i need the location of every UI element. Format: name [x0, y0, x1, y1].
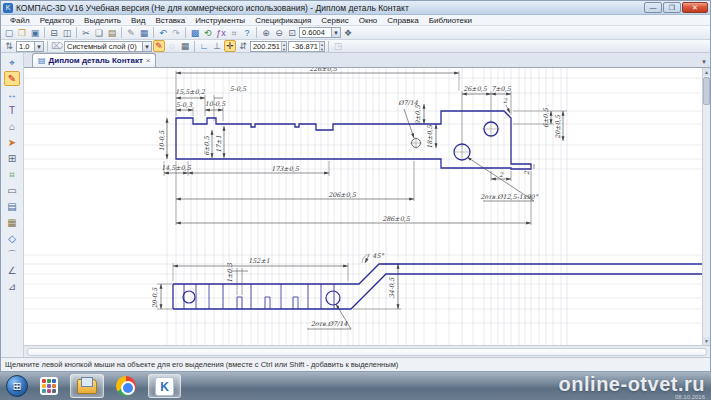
designation-icon[interactable]: ⌂: [4, 119, 20, 134]
table-icon[interactable]: ▦: [138, 27, 150, 39]
zoom-area-icon[interactable]: ⊡: [286, 27, 298, 39]
toolbar-separator: [153, 27, 154, 38]
restore-button[interactable]: ❐: [663, 2, 681, 13]
copy-style-icon[interactable]: ✎: [125, 27, 137, 39]
minimize-button[interactable]: —: [644, 2, 662, 13]
taskbar-kompas-document-button[interactable]: [70, 374, 104, 398]
report-icon[interactable]: ▦: [4, 215, 20, 230]
dimension-label-6: 6±0,5: [203, 135, 211, 156]
menu-item-0[interactable]: Файл: [5, 15, 35, 26]
compass-icon[interactable]: ⌖: [4, 55, 20, 70]
tab-close-icon[interactable]: ×: [146, 56, 151, 65]
menu-item-8[interactable]: Окно: [354, 15, 383, 26]
coordinate-y-field[interactable]: -36.871▲▼: [288, 41, 325, 52]
new-document-icon[interactable]: ▢: [3, 27, 15, 39]
variables-icon[interactable]: ⌗: [228, 27, 240, 39]
taskbar-chrome-button[interactable]: [110, 374, 142, 398]
title-bar: K КОМПАС-3D V16 Учебная версия (Не для к…: [1, 1, 710, 15]
coords-icon[interactable]: ⇵: [237, 40, 249, 52]
eraser-icon[interactable]: ⌦: [51, 40, 63, 52]
cut-icon[interactable]: ✂: [80, 27, 92, 39]
line-weight-combo[interactable]: 1.0 ▼: [16, 41, 44, 52]
dimension-label-0: 226±0,5: [309, 68, 338, 73]
layer-combo[interactable]: Системный слой (0) ▼: [64, 41, 152, 52]
specification-icon[interactable]: ▤: [4, 199, 20, 214]
dimension-labels: 226±0,515,5±0,25-0,55-0,310-0,510-0,56±0…: [151, 68, 562, 328]
scroll-up-icon[interactable]: ▲: [703, 68, 710, 76]
zoom-fit-icon[interactable]: ❖: [342, 27, 354, 39]
taskbar-kompas-app-button[interactable]: K: [148, 374, 181, 398]
menu-item-3[interactable]: Вид: [126, 15, 150, 26]
menu-item-6[interactable]: Спецификация: [250, 15, 316, 26]
dimension-label-1: 15,5±0,2: [175, 88, 206, 96]
rebuild-icon[interactable]: ⟲: [202, 27, 214, 39]
phantom-icon[interactable]: ◌: [166, 40, 178, 52]
dimension-label-3: 5-0,3: [176, 101, 193, 109]
snap-icon[interactable]: ✛: [224, 40, 236, 52]
measure-icon[interactable]: ⌗: [4, 167, 20, 182]
close-button[interactable]: ✕: [682, 2, 708, 13]
zoom-level-value: 0.6004: [302, 28, 325, 37]
redo-icon[interactable]: ↷: [170, 27, 182, 39]
select-icon[interactable]: ▭: [4, 183, 20, 198]
undo-icon[interactable]: ↶: [157, 27, 169, 39]
fx-icon[interactable]: ƒx: [215, 27, 227, 39]
menu-item-9[interactable]: Справка: [382, 15, 423, 26]
pen-icon[interactable]: ✎: [153, 40, 165, 52]
triangle-icon[interactable]: ⊿: [4, 279, 20, 294]
dimension-label-24: 152±1: [248, 257, 270, 265]
menu-item-5[interactable]: Инструменты: [190, 15, 250, 26]
zoom-level-combo[interactable]: 0.6004 ▼: [299, 27, 341, 38]
parametrization-icon[interactable]: ⊞: [4, 151, 20, 166]
print-icon[interactable]: ⊟: [48, 27, 60, 39]
menu-item-1[interactable]: Редактор: [35, 15, 79, 26]
drawing-canvas[interactable]: 226±0,515,5±0,25-0,55-0,310-0,510-0,56±0…: [24, 68, 702, 345]
paste-icon[interactable]: ▤: [106, 27, 118, 39]
app-grid-icon: [40, 377, 58, 395]
save-document-icon[interactable]: ▣: [29, 27, 41, 39]
geometry-icon[interactable]: ✎: [4, 71, 20, 86]
start-button[interactable]: ⊞: [6, 375, 28, 397]
dimension-label-9: 173±0,5: [271, 165, 300, 173]
menu-item-7[interactable]: Сервис: [316, 15, 353, 26]
menu-item-2[interactable]: Выделить: [79, 15, 126, 26]
line-style-icon[interactable]: ⇅: [3, 40, 15, 52]
angle-icon[interactable]: ∠: [4, 263, 20, 278]
taskbar-app-grid-button[interactable]: [34, 374, 64, 398]
dimension-label-22: 2отв.Ø12,5-1х90°: [480, 193, 539, 201]
dimension-label-7: 17±1: [215, 135, 223, 153]
dimension-icon[interactable]: ↔: [4, 87, 20, 102]
edit-icon[interactable]: ➤: [4, 135, 20, 150]
help-icon[interactable]: ?: [241, 27, 253, 39]
chevron-down-icon[interactable]: ▼: [34, 42, 43, 51]
perpendicular-icon[interactable]: ⊥: [211, 40, 223, 52]
dimension-label-19: 20±0,5: [554, 114, 562, 139]
menu-item-4[interactable]: Вставка: [151, 15, 191, 26]
vertical-scrollbar[interactable]: ▲ ▼: [702, 68, 710, 345]
zoom-out-icon[interactable]: ⊖: [273, 27, 285, 39]
insert-icon[interactable]: ◇: [4, 231, 20, 246]
toolbar-separator: [194, 41, 195, 52]
show-document-icon[interactable]: ▩: [189, 27, 201, 39]
coordinate-x-field[interactable]: 200.251▲▼: [250, 41, 287, 52]
scroll-down-icon[interactable]: ▼: [703, 337, 710, 345]
part-details-bottom-view: [183, 284, 340, 309]
dimension-label-26: 34-0,5: [388, 277, 396, 298]
copy-icon[interactable]: ❏: [93, 27, 105, 39]
open-document-icon[interactable]: ❐: [16, 27, 28, 39]
toolbar-separator: [76, 27, 77, 38]
window-title: КОМПАС-3D V16 Учебная версия (Не для ком…: [16, 3, 644, 13]
arc-icon[interactable]: ⌒: [4, 247, 20, 262]
preview-icon[interactable]: ◫: [61, 27, 73, 39]
annotation-icon[interactable]: T: [4, 103, 20, 118]
chevron-down-icon[interactable]: ▼: [142, 42, 151, 51]
scrollbar-thumb[interactable]: [703, 77, 710, 105]
ortho-icon[interactable]: ∟: [198, 40, 210, 52]
dimension-label-23: 1±0,3: [226, 262, 234, 283]
zoom-in-icon[interactable]: ⊕: [260, 27, 272, 39]
chevron-down-icon[interactable]: ▼: [331, 28, 340, 37]
menu-item-10[interactable]: Библиотеки: [424, 15, 477, 26]
grid-icon[interactable]: ▦: [179, 40, 191, 52]
tab-list-dropdown-icon[interactable]: ▼: [701, 59, 707, 65]
tab-document[interactable]: ▤ Диплом деталь Контакт ×: [32, 53, 156, 67]
